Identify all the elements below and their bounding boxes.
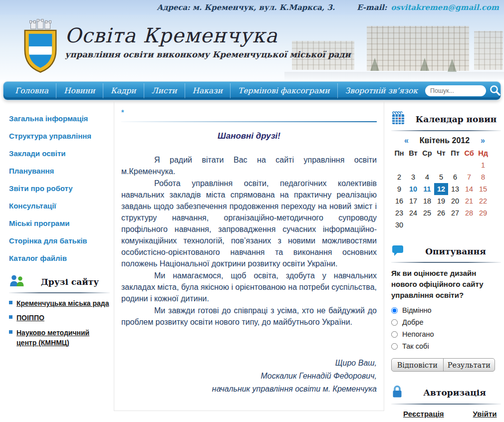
padlock-icon: [391, 385, 403, 401]
site-header: Освіта Кременчука управління освіти вико…: [0, 15, 504, 80]
nav-item-orders[interactable]: Накази: [185, 83, 231, 98]
sidebar-item-institutions[interactable]: Заклади освіти: [9, 149, 110, 158]
calendar-date: 21: [462, 195, 476, 207]
nav-item-staff[interactable]: Кадри: [103, 83, 144, 98]
email-label: E-mail:: [357, 3, 387, 12]
topbar: Адреса: м. Кременчук, вул. К.Маркса, 3. …: [0, 0, 504, 15]
calendar-cell: [406, 219, 420, 231]
poll-option-excellent[interactable]: Відмінно: [391, 306, 501, 314]
content-marker: *: [121, 108, 377, 116]
calendar-grid: Пн Вт Ср Чт Пт Сб Нд 1 2 3 4: [392, 147, 490, 231]
sidebar-item-reports[interactable]: Звіти про роботу: [9, 184, 110, 193]
nav-item-letters[interactable]: Листи: [144, 83, 185, 98]
friend-link-poippo[interactable]: ПОІППО: [16, 313, 44, 323]
bullet-square-icon: [9, 301, 12, 304]
list-item: Кременчуцька міська рада: [9, 298, 110, 308]
poll-option-label: Так собі: [402, 342, 429, 350]
sidebar-item-structure[interactable]: Структура управління: [9, 132, 110, 140]
cooperation-paragraph: Ми завжди готові до співпраці з усіма, х…: [121, 305, 377, 328]
poll-option-so-so[interactable]: Так собі: [391, 342, 501, 350]
email-link[interactable]: osvitakremen@gmail.com: [391, 3, 499, 12]
poll-results-button[interactable]: Результати: [443, 358, 496, 372]
calendar-cell: [392, 159, 406, 171]
sidebar-item-city-programs[interactable]: Міські програми: [9, 219, 110, 227]
quality-paragraph: Ми намагаємося, щоб освіта, здобута у на…: [121, 270, 377, 304]
poll-answer-button[interactable]: Відповісти: [391, 358, 444, 372]
sidebar-item-planning[interactable]: Планування: [9, 167, 110, 175]
site-subtitle: управління освіти виконкому Кременчуцько…: [65, 50, 351, 59]
address-text: Адреса: м. Кременчук, вул. К.Маркса, 3.: [157, 3, 335, 12]
divider: [9, 292, 110, 293]
coat-of-arms-logo[interactable]: [21, 19, 60, 77]
calendar-cell: [434, 219, 448, 231]
calendar-date: 24: [406, 207, 420, 219]
calendar-date: 23: [392, 207, 406, 219]
calendar-date: 5: [434, 171, 448, 183]
sidebar-item-general-info[interactable]: Загальна інформація: [9, 114, 110, 123]
login-link[interactable]: Увійти: [473, 410, 497, 418]
calendar-date-selected[interactable]: 12: [434, 183, 448, 195]
main-content: * Шановні друзі! Я радий вітати Вас на с…: [114, 100, 384, 411]
calendar-title: Календар новин: [411, 114, 501, 124]
calendar-date: 22: [476, 195, 490, 207]
friend-link-methodical-center[interactable]: Науково методичний центр (КМНМЦ): [16, 328, 110, 348]
radio-button[interactable]: [391, 307, 398, 314]
poll-question: Як ви оцінюєте дизайн нового офіційного …: [391, 268, 501, 300]
search-icon: [489, 84, 501, 98]
radio-button[interactable]: [391, 331, 398, 338]
right-sidebar: Календар новин « Квітень 2012 » Пн Вт Ср…: [384, 100, 504, 422]
nav-item-home[interactable]: Головна: [7, 83, 56, 98]
radio-button[interactable]: [391, 343, 398, 350]
calendar-date: 25: [420, 207, 434, 219]
calendar-date: 30: [392, 219, 406, 231]
calendar-day-header: Пт: [448, 147, 462, 159]
calendar-cell: [420, 219, 434, 231]
signature-line: Щиро Ваш,: [121, 357, 377, 370]
calendar-date: 26: [434, 207, 448, 219]
welcome-paragraph: Я радий вітати Вас на сайті управління о…: [121, 154, 377, 177]
poll-option-good[interactable]: Добре: [391, 318, 501, 326]
calendar-date: 1: [476, 159, 490, 171]
signature-block: Щиро Ваш, Москалик Геннадій Федорович, н…: [121, 357, 377, 396]
sidebar-item-parents-page[interactable]: Сторінка для батьків: [9, 236, 110, 245]
search-input[interactable]: [425, 85, 486, 96]
divider: [391, 262, 501, 263]
calendar-next-button[interactable]: »: [479, 136, 487, 145]
poll-option-label: Непогано: [402, 330, 434, 338]
calendar-month-label: Квітень 2012: [411, 136, 479, 145]
radio-button[interactable]: [391, 319, 398, 326]
speech-bubble-icon: [391, 244, 405, 259]
calendar-prev-button[interactable]: «: [402, 136, 411, 145]
signature-name: Москалик Геннадій Федорович,: [121, 370, 377, 383]
nav-item-news[interactable]: Новини: [56, 83, 103, 98]
poll-block: Опитування Як ви оцінюєте дизайн нового …: [391, 244, 501, 372]
divider: [391, 130, 501, 131]
calendar-date-link[interactable]: 10: [406, 183, 420, 195]
bullet-square-icon: [9, 330, 12, 334]
calendar-date-link[interactable]: 11: [420, 183, 434, 195]
divider: [391, 404, 501, 405]
register-link[interactable]: Реєстрація: [403, 410, 444, 418]
two-people-icon: [9, 274, 25, 289]
calendar-day-header-saturday: Сб: [462, 147, 476, 159]
friend-link-city-council[interactable]: Кременчуцька міська рада: [16, 298, 109, 308]
calendar-date: 14: [462, 183, 476, 195]
sidebar-item-consultations[interactable]: Консультації: [9, 202, 110, 210]
calendar-icon: [391, 111, 406, 127]
calendar-day-header: Ср: [420, 147, 434, 159]
poll-option-not-bad[interactable]: Непогано: [391, 330, 501, 338]
calendar-cell: [462, 159, 476, 171]
calendar-cell: [462, 219, 476, 231]
site-title: Освіта Кременчука: [65, 24, 351, 47]
nav-item-urgent-faxograms[interactable]: Термінові факсограми: [231, 83, 337, 98]
nav-item-feedback[interactable]: Зворотній зв’язок: [338, 83, 425, 98]
calendar-cell: [476, 219, 490, 231]
calendar-date: 17: [406, 195, 420, 207]
news-calendar-block: Календар новин « Квітень 2012 » Пн Вт Ср…: [391, 111, 501, 231]
calendar-date: 27: [448, 207, 462, 219]
search-button[interactable]: [489, 84, 501, 98]
calendar-date: 18: [420, 195, 434, 207]
sidebar-item-file-catalog[interactable]: Каталог файлів: [9, 254, 110, 262]
poll-option-label: Відмінно: [402, 306, 432, 314]
bullet-square-icon: [9, 315, 12, 319]
